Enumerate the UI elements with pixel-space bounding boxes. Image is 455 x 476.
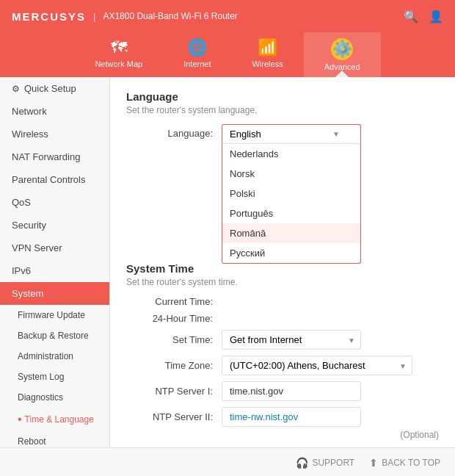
dropdown-item-romana[interactable]: Română: [222, 223, 360, 243]
set-time-label: Set Time:: [126, 334, 222, 345]
system-time-section-title: System Time: [126, 262, 439, 275]
internet-icon: 🌐: [187, 38, 207, 57]
sidebar-item-ipv6[interactable]: IPv6: [0, 259, 109, 282]
sidebar-item-qos[interactable]: QoS: [0, 191, 109, 214]
timezone-label: Time Zone:: [126, 360, 222, 371]
ntp1-label: NTP Server I:: [126, 386, 222, 397]
system-time-section-desc: Set the router's system time.: [126, 277, 439, 287]
header-model: AX1800 Dual-Band Wi-Fi 6 Router: [103, 11, 237, 21]
sidebar-subitem-reboot[interactable]: Reboot: [0, 431, 109, 447]
user-icon[interactable]: 👤: [429, 10, 443, 24]
sidebar-subitem-system-log[interactable]: System Log: [0, 367, 109, 387]
sidebar-item-nat-forwarding[interactable]: NAT Forwarding: [0, 145, 109, 168]
advanced-icon: ⚙️: [331, 38, 353, 60]
nav-label-network-map: Network Map: [95, 60, 142, 68]
search-icon[interactable]: 🔍: [404, 10, 418, 24]
header-divider: |: [93, 11, 95, 22]
dropdown-item-norsk[interactable]: Norsk: [222, 164, 360, 184]
sidebar-item-parental-controls[interactable]: Parental Controls: [0, 168, 109, 191]
language-dropdown-list: Nederlands Norsk Polski Português Română…: [222, 144, 361, 264]
network-map-icon: 🗺: [111, 38, 127, 57]
nav-item-advanced[interactable]: ⚙️ Advanced: [304, 32, 381, 77]
nav-item-network-map[interactable]: 🗺 Network Map: [74, 32, 163, 77]
sidebar-subitem-time-language[interactable]: • Time & Language: [0, 408, 109, 431]
ntp2-label: NTP Server II:: [126, 411, 222, 422]
logo: MERCUSYS: [12, 10, 86, 23]
current-time-label: Current Time:: [126, 296, 222, 307]
language-section-desc: Set the router's system language.: [126, 105, 439, 115]
footer: 🎧 SUPPORT ⬆ BACK TO TOP: [0, 447, 455, 476]
header: MERCUSYS | AX1800 Dual-Band Wi-Fi 6 Rout…: [0, 0, 455, 32]
support-button[interactable]: 🎧 SUPPORT: [296, 457, 354, 469]
bullet-icon: •: [18, 413, 22, 426]
ntp1-input[interactable]: [222, 381, 361, 401]
sidebar-subitem-diagnostics[interactable]: Diagnostics: [0, 387, 109, 408]
headphones-icon: 🎧: [296, 457, 308, 469]
timezone-select[interactable]: (UTC+02:00) Athens, Bucharest: [222, 356, 412, 375]
sidebar-subitem-administration[interactable]: Administration: [0, 346, 109, 367]
dropdown-item-russian[interactable]: Русский: [222, 243, 360, 263]
wireless-icon: 📶: [258, 38, 277, 57]
nav-item-internet[interactable]: 🌐 Internet: [163, 32, 231, 77]
dropdown-item-nederlands[interactable]: Nederlands: [222, 144, 360, 164]
sidebar: ⚙ Quick Setup Network Wireless NAT Forwa…: [0, 77, 110, 447]
sidebar-subitem-backup-restore[interactable]: Backup & Restore: [0, 325, 109, 346]
ntp2-input[interactable]: [222, 407, 361, 427]
nav-label-internet: Internet: [183, 60, 211, 68]
main-content: Language Set the router's system languag…: [110, 77, 455, 447]
sidebar-item-network[interactable]: Network: [0, 100, 109, 123]
dropdown-item-portugues[interactable]: Português: [222, 203, 360, 223]
dropdown-item-polski[interactable]: Polski: [222, 184, 360, 203]
hour24-label: 24-Hour Time:: [126, 313, 222, 324]
top-nav: 🗺 Network Map 🌐 Internet 📶 Wireless ⚙️ A…: [0, 32, 455, 77]
sidebar-item-system[interactable]: System: [0, 282, 109, 305]
language-select-display[interactable]: English ▼: [222, 124, 361, 144]
nav-item-wireless[interactable]: 📶 Wireless: [232, 32, 304, 77]
back-to-top-button[interactable]: ⬆ BACK TO TOP: [369, 457, 440, 469]
dropdown-arrow-icon: ▼: [332, 130, 340, 138]
optional-note: (Optional): [400, 430, 439, 440]
sidebar-item-security[interactable]: Security: [0, 214, 109, 237]
language-label: Language:: [126, 124, 222, 139]
nav-label-wireless: Wireless: [252, 60, 283, 68]
sidebar-item-wireless[interactable]: Wireless: [0, 123, 109, 145]
sidebar-item-vpn-server[interactable]: VPN Server: [0, 237, 109, 259]
language-section-title: Language: [126, 90, 439, 103]
set-time-select[interactable]: Get from Internet: [222, 330, 361, 350]
arrow-up-icon: ⬆: [369, 457, 378, 469]
gear-small-icon: ⚙: [12, 84, 20, 94]
sidebar-subitem-firmware-update[interactable]: Firmware Update: [0, 305, 109, 325]
sidebar-item-quick-setup[interactable]: ⚙ Quick Setup: [0, 77, 109, 100]
